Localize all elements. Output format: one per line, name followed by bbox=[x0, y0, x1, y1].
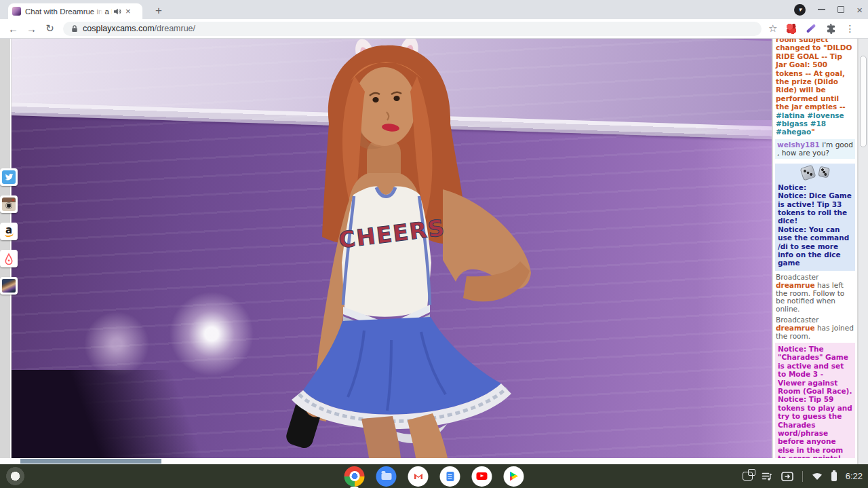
dice-icon bbox=[778, 165, 852, 183]
tray-divider bbox=[802, 471, 803, 482]
chat-text: Broadcaster bbox=[776, 316, 818, 324]
files-icon bbox=[381, 473, 391, 480]
chat-text: #latina #lovense #bigass #18 #ahegao bbox=[776, 111, 844, 136]
chrome-icon bbox=[349, 471, 359, 481]
chat-text: dreamrue bbox=[776, 324, 815, 332]
youtube-icon bbox=[477, 472, 488, 480]
taskbar-app-youtube[interactable] bbox=[472, 466, 492, 487]
page-content: CHEERS a room subject changed to "DILDO … bbox=[0, 39, 868, 464]
die-icon bbox=[800, 164, 816, 181]
clock[interactable]: 6:22 bbox=[846, 471, 863, 481]
taskbar: 6:22 bbox=[0, 464, 868, 488]
adblock-extension-icon[interactable] bbox=[786, 23, 797, 34]
horizontal-scrollbar-thumb[interactable] bbox=[20, 459, 161, 464]
back-icon[interactable]: ← bbox=[4, 23, 22, 35]
photo-thumbnail-button[interactable] bbox=[0, 277, 18, 295]
chat-message: room subject changed to "DILDO RIDE GOAL… bbox=[775, 39, 855, 137]
reload-icon[interactable]: ↻ bbox=[41, 22, 59, 35]
pen-extension-icon[interactable] bbox=[806, 24, 816, 33]
chat-text: Broadcaster bbox=[776, 273, 818, 281]
chat-message: Notice: Notice: Dice Game is active! Tip… bbox=[775, 164, 855, 271]
twitter-bird-icon bbox=[2, 170, 16, 184]
chat-text: " bbox=[811, 128, 814, 136]
chat-text: dreamrue bbox=[776, 281, 815, 289]
url-bar[interactable]: cosplayxcams.com/dreamrue/ bbox=[63, 22, 762, 36]
status-tray[interactable]: 6:22 bbox=[743, 464, 863, 488]
toolbar-actions: ☆ ⋮ bbox=[768, 22, 854, 35]
performer-figure: CHEERS bbox=[12, 39, 772, 458]
tab-favicon bbox=[12, 7, 21, 16]
browser-menu-icon[interactable]: ⋮ bbox=[845, 23, 854, 34]
chat-text: Notice: Notice: Dice Game is active! Tip… bbox=[778, 183, 852, 267]
chat-text: room subject changed to "DILDO RIDE GOAL… bbox=[776, 39, 852, 111]
playlist-icon[interactable] bbox=[762, 472, 772, 481]
webcam-video[interactable]: CHEERS bbox=[12, 39, 772, 458]
open-window-icon[interactable] bbox=[781, 472, 793, 481]
taskbar-app-docs[interactable] bbox=[440, 466, 460, 487]
url-path: /dreamrue/ bbox=[155, 24, 195, 33]
tab-title-fade bbox=[92, 7, 103, 20]
vertical-scrollbar[interactable] bbox=[859, 39, 868, 464]
taskbar-app-play[interactable] bbox=[504, 466, 524, 487]
die-icon bbox=[818, 166, 830, 178]
new-tab-button[interactable]: + bbox=[151, 3, 167, 19]
battery-icon[interactable] bbox=[831, 472, 837, 481]
restore-button[interactable] bbox=[837, 6, 844, 13]
gmail-icon bbox=[413, 472, 423, 480]
chat-username: welshy181 bbox=[777, 140, 820, 149]
url-domain: cosplayxcams.com bbox=[83, 24, 155, 33]
tab-strip: Chat with Dreamrue in a Live × + ▾ × bbox=[0, 0, 868, 19]
horizontal-scrollbar[interactable] bbox=[0, 458, 857, 464]
airbnb-icon-button[interactable] bbox=[0, 250, 18, 267]
forward-icon[interactable]: → bbox=[22, 23, 41, 35]
browser-tab[interactable]: Chat with Dreamrue in a Live × bbox=[8, 3, 142, 19]
chat-message: welshy181 i'm good , how are you? bbox=[775, 139, 855, 159]
instagram-camera-icon bbox=[2, 198, 16, 211]
chat-message: Notice: The "Charades" Game is active an… bbox=[775, 343, 855, 464]
audio-playing-icon[interactable] bbox=[113, 8, 121, 15]
play-store-icon bbox=[509, 472, 518, 481]
lock-icon bbox=[71, 24, 78, 33]
amazon-logo-icon: a bbox=[5, 226, 14, 237]
wifi-icon[interactable] bbox=[812, 472, 823, 481]
airbnb-logo-icon bbox=[3, 252, 15, 265]
window-controls: ▾ × bbox=[794, 0, 863, 19]
tab-close-icon[interactable]: × bbox=[125, 7, 131, 16]
instagram-icon-button[interactable] bbox=[0, 195, 18, 213]
bookmark-star-icon[interactable]: ☆ bbox=[768, 22, 777, 35]
minimize-button[interactable] bbox=[818, 9, 825, 10]
screen-capture-icon[interactable] bbox=[743, 472, 753, 481]
chat-message: Broadcaster dreamrue has left the room. … bbox=[775, 273, 855, 315]
taskbar-app-gmail[interactable] bbox=[408, 466, 429, 487]
chat-message: Broadcaster dreamrue has joined the room… bbox=[775, 316, 855, 341]
window-close-button[interactable]: × bbox=[856, 5, 863, 15]
extensions-puzzle-icon[interactable] bbox=[825, 23, 836, 34]
amazon-icon-button[interactable]: a bbox=[0, 223, 18, 240]
browser-toolbar: ← → ↻ cosplayxcams.com/dreamrue/ ☆ ⋮ bbox=[0, 19, 868, 39]
docs-icon bbox=[446, 472, 454, 481]
chat-panel[interactable]: room subject changed to "DILDO RIDE GOAL… bbox=[773, 39, 857, 464]
taskbar-apps bbox=[344, 466, 524, 487]
taskbar-app-files[interactable] bbox=[376, 466, 397, 487]
chat-messages: room subject changed to "DILDO RIDE GOAL… bbox=[775, 39, 855, 464]
chevron-down-icon[interactable]: ▾ bbox=[794, 4, 806, 16]
chat-text: Notice: The "Charades" Game is active an… bbox=[778, 345, 852, 464]
taskbar-app-chrome[interactable] bbox=[344, 466, 365, 487]
vertical-scrollbar-thumb[interactable] bbox=[860, 56, 867, 147]
photo-thumbnail bbox=[2, 279, 16, 293]
launcher-button[interactable] bbox=[6, 467, 24, 485]
twitter-icon-button[interactable] bbox=[0, 168, 18, 186]
